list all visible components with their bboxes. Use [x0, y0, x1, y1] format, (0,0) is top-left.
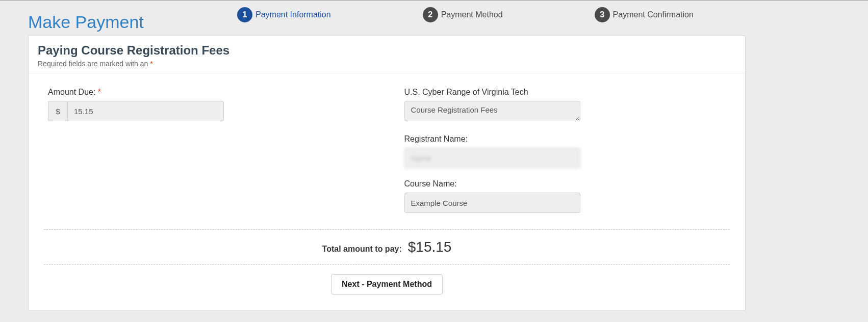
step-payment-method[interactable]: 2 Payment Method: [423, 7, 503, 22]
field-course-name: Course Name:: [404, 179, 730, 213]
step-payment-information[interactable]: 1 Payment Information: [237, 7, 331, 22]
step-label: Payment Information: [256, 10, 331, 19]
header: Make Payment 1 Payment Information 2 Pay…: [0, 1, 868, 32]
left-column: Amount Due: * $: [48, 88, 374, 224]
total-amount-value: $15.15: [408, 239, 452, 255]
required-note-text: Required fields are marked with an: [38, 60, 150, 68]
course-name-input[interactable]: [404, 193, 580, 213]
course-name-label: Course Name:: [404, 179, 730, 189]
panel-title: Paying Course Registration Fees: [38, 43, 736, 58]
step-number-icon: 1: [237, 7, 252, 22]
currency-symbol-icon: $: [48, 101, 67, 121]
field-amount-due: Amount Due: * $: [48, 88, 374, 121]
total-amount-label: Total amount to pay:: [322, 245, 402, 254]
step-label: Payment Method: [441, 10, 503, 19]
amount-due-input[interactable]: [67, 101, 224, 121]
next-payment-method-button[interactable]: Next - Payment Method: [331, 274, 443, 294]
amount-due-input-group: $: [48, 101, 224, 121]
panel-header: Paying Course Registration Fees Required…: [29, 43, 745, 73]
required-star-icon: *: [150, 60, 152, 68]
field-registrant-name: Registrant Name:: [404, 135, 730, 168]
amount-due-label: Amount Due: *: [48, 88, 374, 97]
right-column: U.S. Cyber Range of Virginia Tech Regist…: [404, 88, 730, 224]
registrant-name-label: Registrant Name:: [404, 135, 730, 144]
page-title: Make Payment: [28, 12, 217, 32]
form-body: Amount Due: * $ U.S. Cyber Range of Virg…: [29, 73, 745, 229]
payment-panel: Paying Course Registration Fees Required…: [28, 36, 746, 310]
wizard-steps: 1 Payment Information 2 Payment Method 3…: [237, 7, 868, 22]
required-star-icon: *: [98, 88, 101, 96]
page-root: Make Payment 1 Payment Information 2 Pay…: [0, 0, 868, 322]
org-value-textarea[interactable]: [404, 101, 580, 121]
total-row: Total amount to pay: $15.15: [44, 229, 730, 265]
step-payment-confirmation[interactable]: 3 Payment Confirmation: [595, 7, 694, 22]
field-org: U.S. Cyber Range of Virginia Tech: [404, 88, 730, 123]
label-text: Amount Due:: [48, 88, 98, 96]
button-row: Next - Payment Method: [29, 265, 745, 294]
registrant-name-input[interactable]: [404, 148, 580, 168]
org-label: U.S. Cyber Range of Virginia Tech: [404, 88, 730, 97]
step-number-icon: 3: [595, 7, 610, 22]
step-label: Payment Confirmation: [613, 10, 694, 19]
required-fields-note: Required fields are marked with an *: [38, 60, 736, 68]
step-number-icon: 2: [423, 7, 438, 22]
